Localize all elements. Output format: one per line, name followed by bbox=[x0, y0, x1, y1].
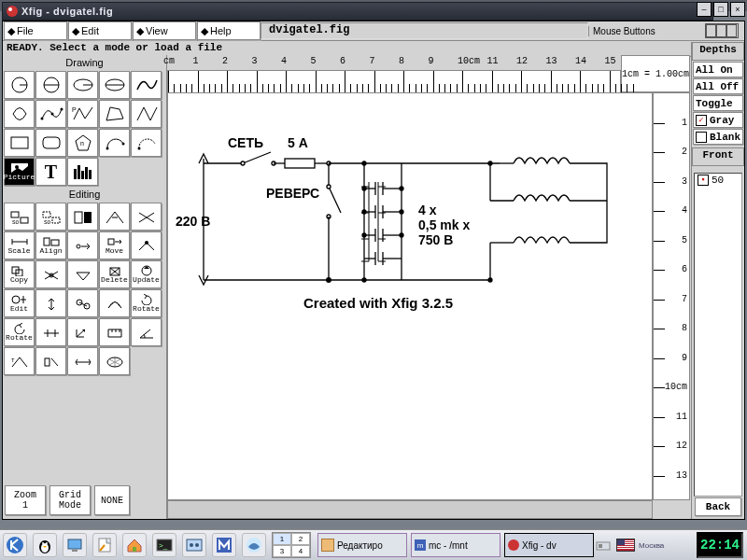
close-button[interactable]: × bbox=[730, 2, 745, 17]
filename-field[interactable]: dvigatel.fig bbox=[261, 22, 588, 39]
seamonkey-icon[interactable] bbox=[242, 533, 266, 557]
tool-move[interactable]: Move bbox=[99, 231, 130, 259]
svg-text:SO: SO bbox=[12, 219, 20, 225]
task-editor[interactable]: Редактиро bbox=[317, 533, 407, 557]
svg-point-11 bbox=[50, 113, 53, 116]
tool-delete-point[interactable] bbox=[67, 260, 98, 288]
tool-ellipse-diameter[interactable] bbox=[99, 71, 130, 99]
scrollbar-horizontal[interactable] bbox=[167, 500, 653, 519]
task-mc[interactable]: mmc - /mnt bbox=[411, 533, 500, 557]
tool-interp-spline[interactable] bbox=[35, 100, 66, 128]
tool-angle-measure[interactable] bbox=[131, 318, 162, 346]
depths-all-on[interactable]: All On bbox=[693, 62, 743, 77]
svg-point-79 bbox=[362, 210, 366, 214]
svg-point-0 bbox=[7, 6, 18, 17]
grid-none-box[interactable]: NONE bbox=[94, 485, 130, 515]
tool-convert[interactable] bbox=[99, 289, 130, 317]
svg-rect-35 bbox=[84, 212, 92, 223]
tool-glue-compound[interactable]: SO bbox=[4, 203, 35, 231]
tool-break-compound[interactable]: SO bbox=[35, 203, 66, 231]
tool-arc-box[interactable] bbox=[35, 129, 66, 157]
midnight-commander-icon[interactable] bbox=[212, 533, 236, 557]
svg-point-52 bbox=[241, 161, 245, 165]
tool-arc-2[interactable] bbox=[131, 129, 162, 157]
tool-scale[interactable]: Scale bbox=[4, 231, 35, 259]
tool-text[interactable]: T bbox=[35, 158, 66, 186]
tool-area[interactable] bbox=[99, 347, 130, 375]
tool-line[interactable] bbox=[131, 100, 162, 128]
depth-list[interactable]: ▪50 bbox=[694, 173, 742, 497]
tool-closed-spline[interactable] bbox=[4, 100, 35, 128]
tool-library[interactable] bbox=[67, 158, 98, 186]
tool-polyline[interactable]: P bbox=[67, 100, 98, 128]
kcontrol-icon[interactable] bbox=[182, 533, 206, 557]
tool-circle-radius[interactable] bbox=[4, 71, 35, 99]
home-icon[interactable] bbox=[122, 533, 147, 557]
tool-measure[interactable] bbox=[99, 318, 130, 346]
tool-chop[interactable] bbox=[131, 203, 162, 231]
desktop-icon[interactable] bbox=[63, 533, 87, 557]
tool-length[interactable] bbox=[67, 347, 98, 375]
tool-copy[interactable]: Copy bbox=[4, 260, 35, 288]
desktop-switcher[interactable]: 1234 bbox=[272, 532, 311, 558]
tool-paste[interactable] bbox=[35, 260, 66, 288]
depths-blank[interactable]: Blank bbox=[693, 129, 743, 145]
tool-update[interactable]: Update bbox=[131, 260, 162, 288]
tool-add-point[interactable] bbox=[131, 231, 162, 259]
tool-polygon[interactable] bbox=[99, 100, 130, 128]
svg-text:T: T bbox=[11, 357, 15, 364]
kmenu-icon[interactable] bbox=[3, 533, 27, 557]
tool-spline-line[interactable] bbox=[35, 318, 66, 346]
tool-circle-diameter[interactable] bbox=[35, 71, 66, 99]
depths-back[interactable]: Back bbox=[695, 497, 741, 516]
tool-tangent2[interactable] bbox=[35, 347, 66, 375]
tool-picture[interactable]: Picture bbox=[4, 158, 35, 186]
tool-align[interactable]: Align bbox=[35, 231, 66, 259]
terminal-icon[interactable]: >_ bbox=[152, 533, 176, 557]
tool-box[interactable] bbox=[4, 129, 35, 157]
depths-gray[interactable]: ✓Gray bbox=[693, 112, 743, 128]
penguin-icon[interactable] bbox=[33, 533, 57, 557]
clock[interactable]: 22:14 bbox=[697, 532, 743, 558]
svg-point-56 bbox=[327, 185, 331, 189]
minimize-button[interactable]: – bbox=[697, 2, 712, 17]
tool-flip-vert[interactable] bbox=[35, 289, 66, 317]
svg-text:P: P bbox=[72, 106, 77, 113]
tool-spline[interactable] bbox=[131, 71, 162, 99]
depths-toggle[interactable]: Toggle bbox=[693, 95, 743, 111]
svg-point-91 bbox=[488, 161, 492, 165]
tool-flip-horz[interactable] bbox=[67, 289, 98, 317]
tool-rotate-cw[interactable]: Rotate bbox=[131, 289, 162, 317]
task-xfig[interactable]: Xfig - dv bbox=[504, 533, 594, 557]
zoom-box[interactable]: Zoom1 bbox=[5, 485, 46, 515]
tool-rotate-ccw[interactable]: Rotate bbox=[4, 318, 35, 346]
cap-spec-2: 0,5 mk x bbox=[418, 217, 470, 232]
notes-icon[interactable] bbox=[92, 533, 117, 557]
menu-view[interactable]: ◆View bbox=[133, 21, 196, 40]
ruler-horizontal[interactable] bbox=[167, 70, 621, 94]
ruler-vertical[interactable]: 12345678910cm111213 bbox=[653, 92, 690, 500]
tool-join-split[interactable] bbox=[99, 203, 130, 231]
tool-tangent[interactable]: T bbox=[4, 347, 35, 375]
titlebar[interactable]: Xfig - dvigatel.fig bbox=[2, 2, 713, 21]
tool-open-compound[interactable] bbox=[67, 203, 98, 231]
tool-regular-polygon[interactable]: n bbox=[67, 129, 98, 157]
tool-arc[interactable] bbox=[99, 129, 130, 157]
svg-rect-34 bbox=[75, 212, 82, 223]
flag-us-icon[interactable] bbox=[616, 539, 635, 552]
tool-ellipse-radius[interactable] bbox=[67, 71, 98, 99]
cap-spec-1: 4 x bbox=[418, 203, 437, 217]
tool-add-arrow[interactable] bbox=[67, 318, 98, 346]
tool-edit[interactable]: Edit bbox=[4, 289, 35, 317]
tray-icon[interactable] bbox=[596, 538, 611, 553]
tool-point-move[interactable] bbox=[67, 231, 98, 259]
fuse-label: 5 А bbox=[288, 135, 308, 150]
grid-box[interactable]: GridMode bbox=[49, 485, 91, 515]
tool-delete[interactable]: Delete bbox=[99, 260, 130, 288]
menu-edit[interactable]: ◆Edit bbox=[68, 21, 132, 40]
drawing-canvas[interactable]: 220 В СЕТЬ 5 А РЕВЕРС 4 x 0,5 mk x 750 В… bbox=[167, 92, 653, 500]
maximize-button[interactable]: □ bbox=[713, 2, 728, 17]
menu-file[interactable]: ◆File bbox=[4, 21, 67, 40]
depths-all-off[interactable]: All Off bbox=[693, 78, 743, 94]
menu-help[interactable]: ◆Help bbox=[197, 21, 261, 40]
